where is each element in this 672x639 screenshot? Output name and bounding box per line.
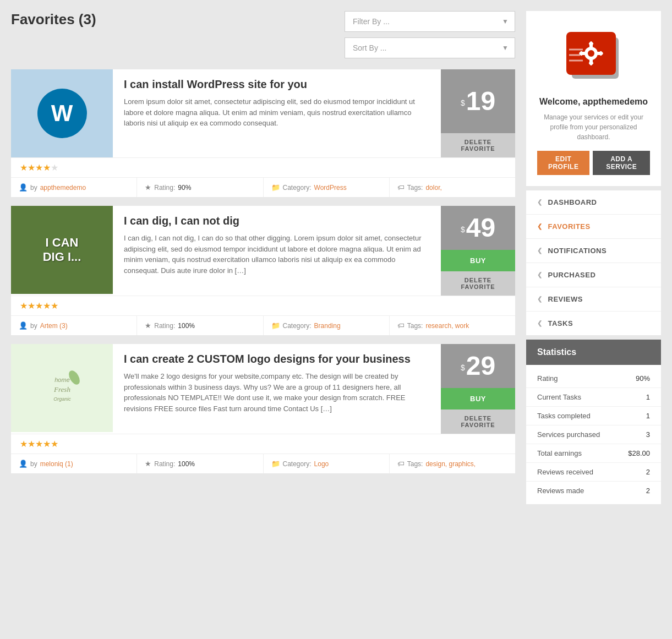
meta-rating: ★ Rating: 90% — [137, 178, 263, 197]
price-amount: 29 — [466, 353, 495, 379]
nav-chevron-icon: ❮ — [537, 199, 543, 206]
card-body: I can install WordPress site for you Lor… — [113, 69, 441, 157]
main-content: Favorites (3) Filter By ... ▼ Sort By ..… — [11, 11, 515, 504]
welcome-desc: Manage your services or edit your profil… — [537, 112, 650, 142]
card-desc: I can dig, I can not dig, I can do so th… — [124, 233, 430, 276]
buy-button[interactable]: BUY — [441, 388, 515, 409]
card-top: W I can install WordPress site for you L… — [11, 69, 515, 157]
stat-value: 2 — [646, 468, 650, 476]
page-header: Favorites (3) Filter By ... ▼ Sort By ..… — [11, 11, 515, 58]
user-icon: 👤 — [19, 183, 28, 192]
filters: Filter By ... ▼ Sort By ... ▼ — [345, 11, 515, 58]
profile-logo — [561, 22, 627, 88]
stat-row: Tasks completed 1 — [526, 407, 661, 425]
nav-item-purchased[interactable]: ❮PURCHASED — [526, 263, 661, 287]
meta-tags: 🏷 Tags: design, graphics, — [390, 454, 515, 473]
buy-button[interactable]: BUY — [441, 250, 515, 271]
price-box: $ 49 — [441, 206, 515, 250]
card-body: I can create 2 CUSTOM logo designs for y… — [113, 344, 441, 434]
nav-item-tasks[interactable]: ❮TASKS — [526, 312, 661, 335]
price-box: $ 19 — [441, 69, 515, 133]
nav-item-label: REVIEWS — [548, 295, 583, 303]
stat-label: Reviews made — [537, 487, 584, 495]
nav-chevron-icon: ❮ — [537, 296, 543, 303]
card-title: I can dig, I can not dig — [124, 215, 430, 227]
profile-logo-image — [561, 22, 627, 88]
nav-menu: ❮DASHBOARD❮FAVORITES❮NOTIFICATIONS❮PURCH… — [526, 190, 661, 335]
add-service-button[interactable]: ADD A SERVICE — [593, 151, 650, 175]
stat-row: Total earnings $28.00 — [526, 444, 661, 463]
nav-item-label: FAVORITES — [548, 222, 591, 231]
nav-item-label: DASHBOARD — [548, 198, 597, 206]
card-meta: 👤 by Artem (3) ★ Rating: 100% 📁 Category… — [11, 315, 515, 335]
category-value: Logo — [314, 460, 329, 468]
meta-rating: ★ Rating: 100% — [137, 454, 263, 473]
edit-profile-button[interactable]: EDIT PROFILE — [537, 151, 589, 175]
rating-value: 90% — [178, 184, 191, 192]
delete-favorite-button[interactable]: DELETE FAVORITE — [441, 271, 515, 296]
rating-value: 100% — [178, 460, 195, 468]
card-image: home Fresh Organic — [11, 344, 113, 432]
user-icon: 👤 — [19, 460, 28, 468]
card-title: I can create 2 CUSTOM logo designs for y… — [124, 353, 430, 365]
svg-text:home: home — [54, 376, 70, 383]
card-desc: Lorem ipsum dolor sit amet, consectetur … — [124, 96, 430, 129]
stat-label: Total earnings — [537, 449, 582, 457]
star-icon: ★ — [145, 460, 151, 468]
rating-value: 100% — [178, 322, 195, 330]
filter-by-select[interactable]: Filter By ... — [345, 11, 515, 32]
stat-value: 90% — [636, 374, 650, 383]
stat-label: Rating — [537, 374, 558, 383]
stat-value: 1 — [646, 412, 650, 420]
service-card: home Fresh Organic I can create 2 CUSTOM… — [11, 344, 515, 473]
delete-favorite-button[interactable]: DELETE FAVORITE — [441, 133, 515, 157]
price-currency: $ — [461, 363, 465, 372]
meta-author: 👤 by meloniq (1) — [11, 454, 137, 473]
price-amount: 49 — [466, 215, 495, 241]
nav-item-favorites[interactable]: ❮FAVORITES — [526, 215, 661, 239]
stat-value: 1 — [646, 393, 650, 401]
stats-card: Statistics Rating 90% Current Tasks 1 Ta… — [526, 340, 661, 504]
card-desc: We'll make 2 logo designs for your websi… — [124, 371, 430, 414]
card-image: W — [11, 69, 113, 157]
nav-item-label: TASKS — [548, 319, 573, 327]
card-title: I can install WordPress site for you — [124, 78, 430, 91]
meta-author: 👤 by appthemedemo — [11, 178, 137, 197]
nav-item-reviews[interactable]: ❮REVIEWS — [526, 287, 661, 312]
service-card: I CANDIG I... I can dig, I can not dig I… — [11, 206, 515, 335]
nav-chevron-icon: ❮ — [537, 247, 543, 254]
meta-tags: 🏷 Tags: research, work — [390, 316, 515, 335]
filter-by-wrapper: Filter By ... ▼ — [345, 11, 515, 32]
service-card: W I can install WordPress site for you L… — [11, 69, 515, 197]
sidebar: Welcome, appthemedemo Manage your servic… — [526, 11, 661, 504]
category-icon: 📁 — [271, 460, 280, 468]
card-top: I CANDIG I... I can dig, I can not dig I… — [11, 206, 515, 296]
tags-value: research, work — [425, 322, 469, 330]
price-amount: 19 — [466, 88, 495, 114]
meta-rating: ★ Rating: 100% — [137, 316, 263, 335]
stat-label: Reviews received — [537, 468, 593, 476]
nav-chevron-icon: ❮ — [537, 320, 543, 327]
nav-chevron-icon: ❮ — [537, 223, 543, 230]
user-icon: 👤 — [19, 321, 28, 330]
author-name: Artem (3) — [40, 322, 68, 330]
star-icon: ★ — [145, 321, 151, 330]
stat-label: Services purchased — [537, 430, 600, 439]
stat-label: Tasks completed — [537, 412, 591, 420]
price-currency: $ — [461, 99, 465, 107]
nav-item-notifications[interactable]: ❮NOTIFICATIONS — [526, 239, 661, 263]
sort-by-select[interactable]: Sort By ... — [345, 37, 515, 58]
page-title: Favorites (3) — [11, 11, 96, 28]
sort-by-wrapper: Sort By ... ▼ — [345, 37, 515, 58]
price-currency: $ — [461, 225, 465, 234]
tag-icon: 🏷 — [397, 183, 405, 192]
category-value: Branding — [314, 322, 341, 330]
card-image: I CANDIG I... — [11, 206, 113, 294]
nav-item-dashboard[interactable]: ❮DASHBOARD — [526, 190, 661, 215]
delete-favorite-button[interactable]: DELETE FAVORITE — [441, 409, 515, 434]
profile-card: Welcome, appthemedemo Manage your servic… — [526, 11, 661, 186]
tag-icon: 🏷 — [397, 460, 405, 468]
meta-category: 📁 Category: WordPress — [264, 178, 390, 197]
star-icon: ★ — [145, 183, 151, 192]
category-icon: 📁 — [271, 321, 280, 330]
